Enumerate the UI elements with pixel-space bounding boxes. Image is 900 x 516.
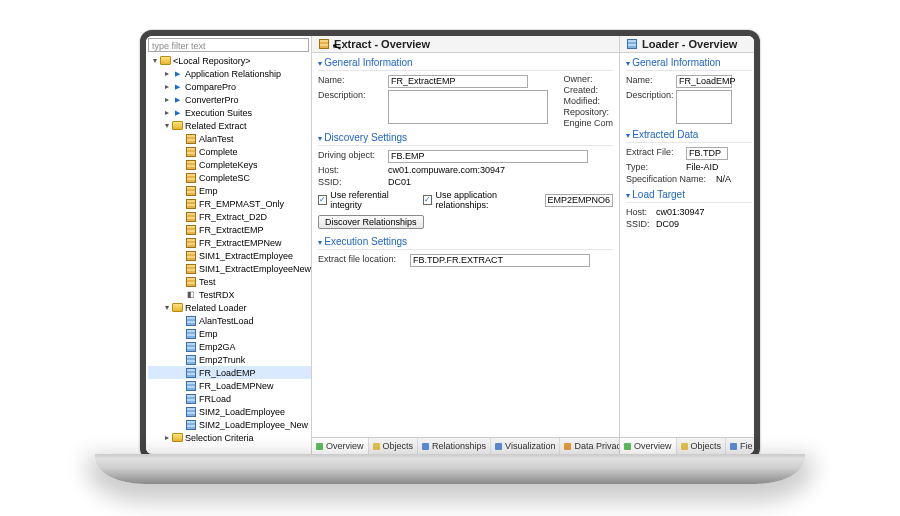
tree-item[interactable]: Emp [199,329,218,339]
use-app-relationships-checkbox[interactable] [423,195,432,205]
tree-root[interactable]: <Local Repository> [173,56,251,66]
tree-related-loader[interactable]: Related Loader [185,303,247,313]
tree-item[interactable]: Complete [199,147,238,157]
section-extracted-data[interactable]: Extracted Data [626,125,752,143]
tree-item[interactable]: Selection Criteria [185,433,254,443]
section-general-information[interactable]: General Information [626,53,752,71]
tree-item[interactable]: FR_Extract_D2D [199,212,267,222]
loader-icon [626,39,638,49]
label-name: Name: [626,75,676,85]
rdx-icon [185,290,197,300]
folder-icon [171,108,183,118]
tree-item[interactable]: CompleteSC [199,173,250,183]
section-general-information[interactable]: General Information [318,53,613,71]
tab-objects[interactable]: Objects [677,438,727,454]
label-extract-file-location: Extract file location: [318,254,410,264]
tab-relationships[interactable]: Relationships [418,438,491,454]
tab-overview[interactable]: Overview [620,438,677,454]
loader-icon [185,381,197,391]
discover-relationships-button[interactable]: Discover Relationships [318,215,424,229]
label-modified: Modified: [564,96,614,106]
label-created: Created: [564,85,614,95]
loader-panel-title: Loader - Overview [642,38,737,50]
extract-icon [185,173,197,183]
app-relationships-input[interactable]: EMP2EMPNO6 [545,194,614,207]
tree-item[interactable]: FR_ExtractEMP [199,225,264,235]
driving-object-input[interactable]: FB.EMP [388,150,588,163]
tree-item[interactable]: ConverterPro [185,95,239,105]
tree-item[interactable]: Execution Suites [185,108,252,118]
tree-item[interactable]: ComparePro [185,82,236,92]
tree-item[interactable]: Emp [199,186,218,196]
label-ref-integrity: Use referential integrity [330,190,414,210]
tree-item[interactable]: FR_LoadEMPNew [199,381,274,391]
section-discovery-settings[interactable]: Discovery Settings [318,128,613,146]
extract-icon [185,238,197,248]
label-ssid: SSID: [318,177,388,187]
extract-icon [185,199,197,209]
tree-item[interactable]: Emp2Trunk [199,355,245,365]
loader-icon [185,368,197,378]
tab-icon [373,443,380,450]
loader-host-value: cw01:30947 [656,207,752,217]
laptop-base [95,454,805,484]
folder-icon [171,82,183,92]
extract-file-input[interactable]: FB.TDP [686,147,728,160]
loader-icon [185,316,197,326]
tree-related-extract[interactable]: Related Extract [185,121,247,131]
tree-filter-input[interactable]: type filter text [148,38,309,52]
label-driving-object: Driving object: [318,150,388,160]
extract-panel: Extract - Overview General Information N… [312,36,620,454]
extract-icon [185,134,197,144]
loader-description-input[interactable] [676,90,732,124]
label-name: Name: [318,75,388,85]
extract-icon [185,277,197,287]
extract-file-location-input[interactable]: FB.TDP.FR.EXTRACT [410,254,590,267]
repository-tree[interactable]: ▾<Local Repository> ▸Application Relatio… [146,54,311,454]
loader-icon [185,355,197,365]
tree-item[interactable]: AlanTest [199,134,234,144]
tab-fields[interactable]: Fie [726,438,758,454]
tab-icon [681,443,688,450]
tree-item[interactable]: SIM2_LoadEmployee_New [199,420,308,430]
tree-item[interactable]: FR_EMPMAST_Only [199,199,284,209]
label-spec-name: Specification Name: [626,174,716,184]
tab-overview[interactable]: Overview [312,438,369,454]
tree-item[interactable]: TestRDX [199,290,235,300]
extract-icon [185,251,197,261]
tab-objects[interactable]: Objects [369,438,419,454]
label-description: Description: [626,90,676,100]
tab-visualization[interactable]: Visualization [491,438,560,454]
loader-panel: Loader - Overview General Information Na… [620,36,759,454]
loader-icon [185,407,197,417]
label-host: Host: [626,207,656,217]
loader-icon [185,394,197,404]
tab-icon [422,443,429,450]
tree-item[interactable]: Test [199,277,216,287]
tree-item[interactable]: SIM1_ExtractEmployeeNew [199,264,311,274]
tree-item[interactable]: SIM2_LoadEmployee [199,407,285,417]
tree-item[interactable]: CompleteKeys [199,160,258,170]
tree-item[interactable]: FRLoad [199,394,231,404]
extract-description-input[interactable] [388,90,548,124]
tab-data-privacy[interactable]: Data Privacy [560,438,619,454]
extract-icon [185,186,197,196]
tree-item[interactable]: FR_ExtractEMPNew [199,238,282,248]
use-referential-integrity-checkbox[interactable] [318,195,327,205]
tree-item[interactable]: Emp2GA [199,342,236,352]
label-host: Host: [318,165,388,175]
section-load-target[interactable]: Load Target [626,185,752,203]
tree-item[interactable]: AlanTestLoad [199,316,254,326]
repository-tree-panel: type filter text ▾<Local Repository> ▸Ap… [146,36,312,454]
label-type: Type: [626,162,686,172]
section-execution-settings[interactable]: Execution Settings [318,232,613,250]
loader-icon [185,420,197,430]
tab-icon [316,443,323,450]
tree-item-selected[interactable]: FR_LoadEMP [199,368,256,378]
extract-name-input[interactable]: FR_ExtractEMP [388,75,528,88]
tab-icon [495,443,502,450]
loader-name-input[interactable]: FR_LoadEMP [676,75,732,88]
extract-panel-title: Extract - Overview [334,38,430,50]
tree-item[interactable]: SIM1_ExtractEmployee [199,251,293,261]
tree-item[interactable]: Application Relationship [185,69,281,79]
